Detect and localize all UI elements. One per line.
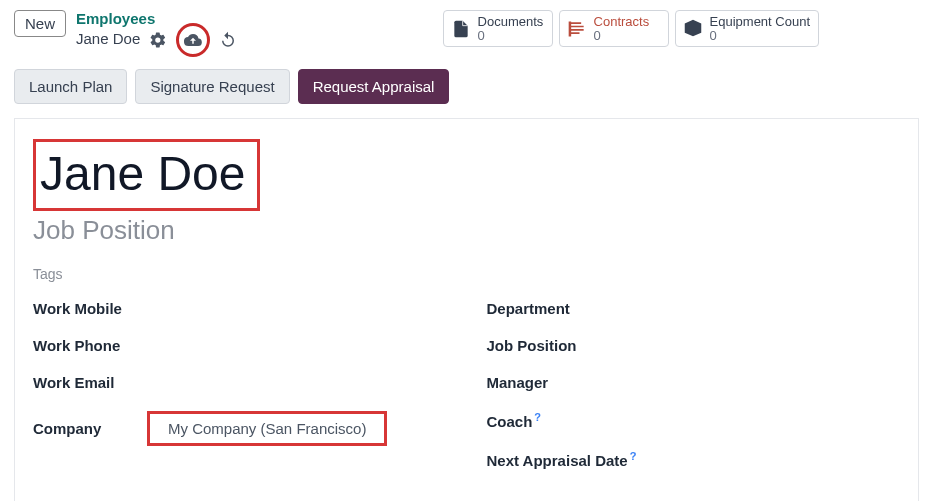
cloud-upload-icon[interactable]: [183, 30, 203, 50]
equipment-card[interactable]: Equipment Count 0: [675, 10, 819, 47]
coach-label: Coach?: [487, 411, 657, 430]
work-email-label: Work Email: [33, 374, 133, 391]
company-label: Company: [33, 420, 133, 437]
department-label: Department: [487, 300, 657, 317]
equipment-count: 0: [710, 29, 810, 43]
gear-icon[interactable]: [148, 30, 168, 50]
breadcrumb-root[interactable]: Employees: [76, 10, 238, 29]
work-phone-label: Work Phone: [33, 337, 133, 354]
documents-card[interactable]: Documents 0: [443, 10, 553, 47]
next-appraisal-label: Next Appraisal Date?: [487, 450, 657, 469]
name-highlight: Jane Doe: [33, 139, 260, 211]
discard-icon[interactable]: [218, 30, 238, 50]
equipment-label: Equipment Count: [710, 15, 810, 29]
breadcrumb-current: Jane Doe: [76, 30, 140, 49]
request-appraisal-button[interactable]: Request Appraisal: [298, 69, 450, 104]
manager-label: Manager: [487, 374, 657, 391]
next-appraisal-help-icon[interactable]: ?: [630, 450, 637, 462]
documents-label: Documents: [478, 15, 544, 29]
job-position-subtitle[interactable]: Job Position: [33, 215, 900, 246]
work-mobile-label: Work Mobile: [33, 300, 133, 317]
tags-label[interactable]: Tags: [33, 266, 900, 282]
document-icon: [450, 18, 472, 40]
documents-count: 0: [478, 29, 544, 43]
employee-name[interactable]: Jane Doe: [40, 150, 245, 198]
contracts-card[interactable]: Contracts 0: [559, 10, 669, 47]
job-position-label: Job Position: [487, 337, 657, 354]
employee-form: Jane Doe Job Position Tags Work Mobile W…: [14, 118, 919, 501]
launch-plan-button[interactable]: Launch Plan: [14, 69, 127, 104]
coach-help-icon[interactable]: ?: [534, 411, 541, 423]
contracts-count: 0: [594, 29, 650, 43]
contracts-label: Contracts: [594, 15, 650, 29]
equipment-icon: [682, 18, 704, 40]
company-value[interactable]: My Company (San Francisco): [168, 420, 366, 437]
signature-request-button[interactable]: Signature Request: [135, 69, 289, 104]
save-cloud-highlight: [176, 23, 210, 57]
breadcrumb: Employees Jane Doe: [76, 10, 238, 51]
contracts-icon: [566, 18, 588, 40]
company-value-highlight: My Company (San Francisco): [147, 411, 387, 446]
new-button[interactable]: New: [14, 10, 66, 37]
